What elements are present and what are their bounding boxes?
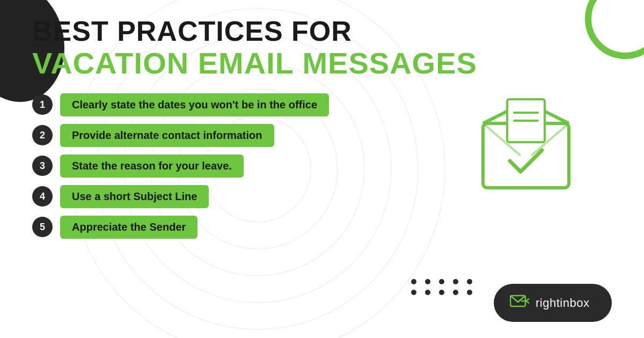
dot bbox=[467, 290, 472, 295]
item-label-5: Appreciate the Sender bbox=[60, 216, 197, 239]
logo-icon bbox=[510, 293, 529, 312]
dot bbox=[411, 279, 416, 284]
list-item: 1 Clearly state the dates you won't be i… bbox=[32, 93, 397, 116]
items-list: 1 Clearly state the dates you won't be i… bbox=[32, 93, 397, 239]
list-item: 5 Appreciate the Sender bbox=[32, 216, 397, 239]
main-content: BEST PRACTICES FOR VACATION EMAIL MESSAG… bbox=[0, 0, 644, 255]
list-item: 2 Provide alternate contact information bbox=[32, 124, 397, 147]
item-number-4: 4 bbox=[32, 186, 53, 207]
dot bbox=[425, 290, 430, 295]
dot bbox=[453, 279, 458, 284]
item-label-4: Use a short Subject Line bbox=[60, 185, 209, 208]
rightinbox-icon bbox=[510, 293, 529, 308]
logo-badge: rightinbox bbox=[494, 284, 612, 322]
dot bbox=[467, 279, 472, 284]
logo-text: rightinbox bbox=[536, 296, 589, 310]
dot bbox=[439, 279, 444, 284]
item-label-3: State the reason for your leave. bbox=[60, 155, 244, 178]
dot bbox=[425, 279, 430, 284]
list-item: 4 Use a short Subject Line bbox=[32, 185, 397, 208]
dot bbox=[411, 290, 416, 295]
item-number-1: 1 bbox=[32, 94, 53, 115]
dots-decoration bbox=[411, 279, 472, 295]
item-number-3: 3 bbox=[32, 156, 53, 176]
dots-row-1 bbox=[411, 279, 472, 284]
item-label-1: Clearly state the dates you won't be in … bbox=[60, 93, 329, 116]
list-item: 3 State the reason for your leave. bbox=[32, 155, 397, 178]
item-label-2: Provide alternate contact information bbox=[60, 124, 274, 147]
dot bbox=[453, 290, 458, 295]
title-section: BEST PRACTICES FOR VACATION EMAIL MESSAG… bbox=[32, 16, 612, 80]
title-line2: VACATION EMAIL MESSAGES bbox=[32, 47, 612, 80]
item-number-5: 5 bbox=[32, 217, 53, 237]
dot bbox=[439, 290, 444, 295]
title-line1: BEST PRACTICES FOR bbox=[32, 16, 612, 47]
item-number-2: 2 bbox=[32, 125, 53, 145]
dots-row-2 bbox=[411, 290, 472, 295]
